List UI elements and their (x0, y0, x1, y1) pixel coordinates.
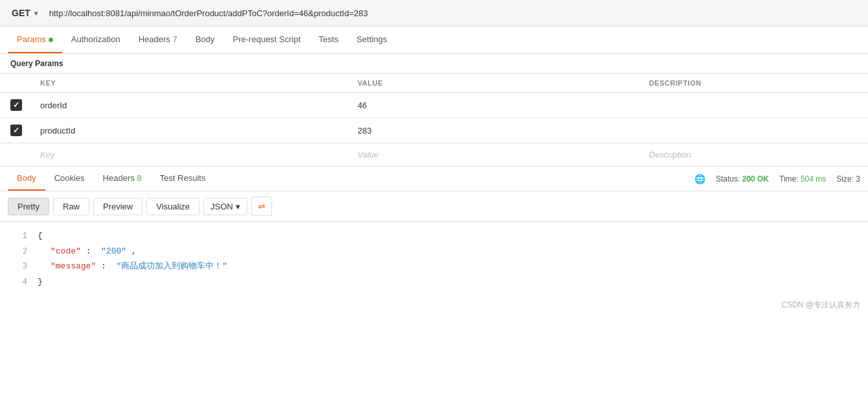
response-tabs-row: Body Cookies Headers 8 Test Results 🌐 St… (0, 167, 868, 191)
json-line-3: 3 "message" : "商品成功加入到购物车中！" (0, 259, 868, 274)
tab-authorization[interactable]: Authorization (62, 27, 130, 53)
request-tabs: Params Authorization Headers 7 Body Pre-… (0, 27, 868, 54)
tab-body[interactable]: Body (187, 27, 224, 53)
response-tab-cookies[interactable]: Cookies (45, 167, 94, 191)
checkbox-orderid[interactable]: ✓ (10, 99, 22, 111)
format-btn-pretty[interactable]: Pretty (8, 198, 49, 215)
params-section: Query Params KEY VALUE DESCRIPTION ✓ (0, 54, 868, 167)
json-brace-close: } (38, 274, 43, 289)
response-status: 🌐 Status: 200 OK Time: 504 ms Size: 3 (694, 174, 860, 184)
json-key-code: "code" (51, 246, 81, 256)
json-viewer: 1 { 2 "code" : "200" , 3 "message" : "商品… (0, 222, 868, 296)
col-header-description: DESCRIPTION (641, 74, 868, 93)
url-input[interactable] (47, 6, 860, 21)
response-section: Body Cookies Headers 8 Test Results 🌐 St… (0, 167, 868, 404)
tab-params[interactable]: Params (8, 27, 62, 53)
size-label: Size: 3 (836, 174, 860, 184)
format-btn-visualize[interactable]: Visualize (146, 198, 200, 215)
json-value-message: "商品成功加入到购物车中！" (116, 261, 227, 271)
line-number: 4 (8, 276, 27, 290)
param-key-2[interactable]: productId (40, 126, 75, 136)
params-dot (49, 38, 53, 42)
watermark: CSDN @专注认真努力 (0, 296, 868, 315)
response-tabs: Body Cookies Headers 8 Test Results (8, 167, 694, 191)
param-key-placeholder[interactable]: Key (40, 150, 54, 160)
time-label: Time: 504 ms (779, 174, 826, 184)
json-line-4: 4 } (0, 274, 868, 290)
tab-settings[interactable]: Settings (347, 27, 396, 53)
json-key-message: "message" (51, 261, 96, 271)
globe-icon: 🌐 (694, 174, 705, 184)
checkbox-wrap[interactable]: ✓ (8, 99, 25, 111)
param-key-1[interactable]: orderId (40, 101, 67, 110)
line-number: 3 (8, 260, 27, 274)
json-line-2: 2 "code" : "200" , (0, 244, 868, 259)
param-value-2[interactable]: 283 (358, 126, 372, 136)
status-label: Status: 200 OK (716, 174, 769, 184)
table-row: ✓ productId 283 (0, 118, 868, 143)
param-value-1[interactable]: 46 (358, 101, 367, 110)
format-type-selector[interactable]: JSON ▾ (203, 198, 247, 215)
method-chevron-icon: ▾ (34, 10, 38, 17)
checkbox-wrap[interactable]: ✓ (8, 125, 25, 136)
line-number: 2 (8, 245, 27, 259)
table-row-placeholder: Key Value Description (0, 143, 868, 167)
size-value: 3 (856, 174, 860, 184)
wrap-icon[interactable]: ⇌ (251, 196, 272, 216)
line-number: 1 (8, 230, 27, 244)
tab-headers[interactable]: Headers 7 (130, 27, 187, 53)
col-header-value: VALUE (350, 74, 641, 93)
json-line-1: 1 { (0, 228, 868, 244)
response-tab-headers[interactable]: Headers 8 (94, 167, 151, 191)
format-btn-raw[interactable]: Raw (53, 198, 89, 215)
table-row: ✓ orderId 46 (0, 93, 868, 118)
format-row: Pretty Raw Preview Visualize JSON ▾ ⇌ (0, 191, 868, 222)
response-tab-body[interactable]: Body (8, 167, 45, 191)
tab-tests[interactable]: Tests (310, 27, 347, 53)
col-header-key: KEY (32, 74, 350, 93)
params-table: KEY VALUE DESCRIPTION ✓ orderId 46 (0, 74, 868, 167)
status-value: 200 OK (742, 174, 769, 184)
query-params-label: Query Params (0, 54, 868, 74)
method-selector[interactable]: GET ▾ (8, 5, 41, 21)
param-desc-placeholder[interactable]: Description (649, 150, 691, 160)
format-btn-preview[interactable]: Preview (93, 198, 143, 215)
main-container: GET ▾ Params Authorization Headers 7 Bod… (0, 0, 868, 404)
tab-prerequest[interactable]: Pre-request Script (223, 27, 310, 53)
time-value: 504 ms (801, 174, 826, 184)
url-bar: GET ▾ (0, 0, 868, 27)
json-value-code: "200" (101, 246, 126, 256)
json-brace-open: { (38, 228, 43, 243)
param-value-placeholder[interactable]: Value (358, 150, 379, 160)
checkbox-productid[interactable]: ✓ (10, 125, 22, 136)
response-tab-test-results[interactable]: Test Results (151, 167, 215, 191)
col-header-check (0, 74, 32, 93)
method-label: GET (12, 8, 30, 18)
